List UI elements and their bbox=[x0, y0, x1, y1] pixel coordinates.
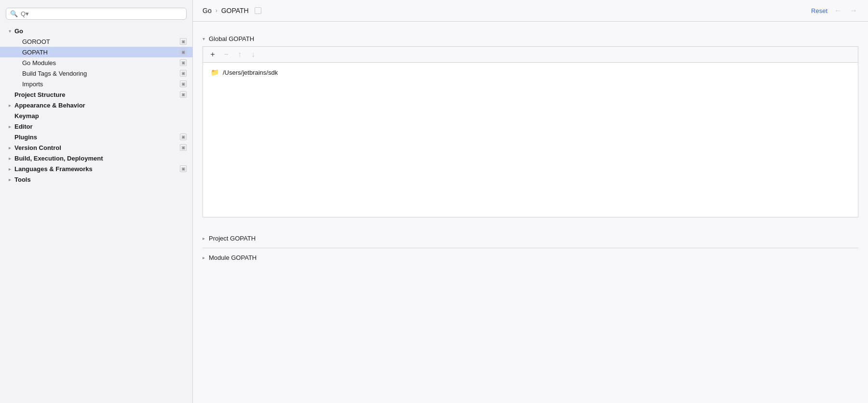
sidebar-item-buildtags[interactable]: ▸ Build Tags & Vendoring ▣ bbox=[0, 68, 192, 79]
folder-icon: 📁 bbox=[211, 68, 219, 76]
sidebar-item-label-projectstructure: Project Structure bbox=[14, 91, 177, 98]
move-down-button[interactable]: ↓ bbox=[247, 49, 259, 60]
add-path-button[interactable]: + bbox=[207, 49, 218, 60]
gear-icon-goroot: ▣ bbox=[180, 38, 187, 45]
sidebar-item-label-goroot: GOROOT bbox=[22, 38, 177, 45]
sidebar-item-label-appearancebehavior: Appearance & Behavior bbox=[14, 102, 187, 109]
path-text: /Users/jetbrains/sdk bbox=[223, 69, 278, 76]
expand-arrow-tools: ▸ bbox=[6, 175, 14, 183]
gear-icon-plugins: ▣ bbox=[180, 134, 187, 140]
module-gopath-header[interactable]: ▸ Module GOPATH bbox=[203, 253, 858, 262]
main-content: Go › GOPATH Reset ← → ▾ Global GOPATH + … bbox=[193, 0, 868, 403]
sidebar-item-versioncontrol[interactable]: ▸ Version Control ▣ bbox=[0, 142, 192, 153]
forward-button[interactable]: → bbox=[849, 6, 858, 15]
sidebar-item-gopath[interactable]: ▸ GOPATH ▣ bbox=[0, 47, 192, 57]
sidebar-item-plugins[interactable]: ▸ Plugins ▣ bbox=[0, 132, 192, 142]
global-gopath-section: ▾ Global GOPATH + − ↑ ↓ 📁 /Users/jetbrai… bbox=[203, 31, 858, 217]
sidebar-item-label-editor: Editor bbox=[14, 123, 187, 130]
sidebar-item-goroot[interactable]: ▸ GOROOT ▣ bbox=[0, 36, 192, 47]
path-item[interactable]: 📁 /Users/jetbrains/sdk bbox=[209, 67, 852, 78]
main-body: ▾ Global GOPATH + − ↑ ↓ 📁 /Users/jetbrai… bbox=[193, 22, 868, 403]
move-up-button[interactable]: ↑ bbox=[234, 49, 245, 60]
sidebar: 🔍 ▾ Go ▸ GOROOT ▣ ▸ GOPATH ▣ ▸ Go Module… bbox=[0, 0, 193, 403]
sidebar-item-imports[interactable]: ▸ Imports ▣ bbox=[0, 79, 192, 89]
breadcrumb-current: GOPATH bbox=[221, 7, 249, 14]
global-gopath-header[interactable]: ▾ Global GOPATH bbox=[203, 31, 858, 47]
sidebar-item-go[interactable]: ▾ Go bbox=[0, 26, 192, 36]
sidebar-item-gomodules[interactable]: ▸ Go Modules ▣ bbox=[0, 57, 192, 68]
sidebar-item-editor[interactable]: ▸ Editor bbox=[0, 121, 192, 132]
main-header: Go › GOPATH Reset ← → bbox=[193, 0, 868, 22]
sidebar-item-label-buildexecution: Build, Execution, Deployment bbox=[14, 155, 187, 162]
sidebar-item-label-languages: Languages & Frameworks bbox=[14, 165, 177, 173]
header-actions: Reset ← → bbox=[811, 6, 858, 15]
breadcrumb: Go › GOPATH bbox=[203, 7, 811, 14]
sidebar-item-label-gopath: GOPATH bbox=[22, 49, 177, 56]
sidebar-item-label-versioncontrol: Version Control bbox=[14, 144, 177, 151]
gear-icon-gopath: ▣ bbox=[180, 49, 187, 55]
sidebar-item-keymap[interactable]: ▸ Keymap bbox=[0, 110, 192, 121]
project-gopath-section: ▸ Project GOPATH bbox=[203, 229, 858, 248]
expand-arrow-buildexecution: ▸ bbox=[6, 154, 14, 162]
breadcrumb-parent: Go bbox=[203, 7, 212, 14]
sidebar-item-label-imports: Imports bbox=[22, 81, 177, 88]
sidebar-item-label-buildtags: Build Tags & Vendoring bbox=[22, 70, 177, 77]
global-gopath-content: + − ↑ ↓ 📁 /Users/jetbrains/sdk bbox=[203, 47, 858, 217]
back-button[interactable]: ← bbox=[833, 6, 843, 15]
global-gopath-toolbar: + − ↑ ↓ bbox=[203, 47, 858, 63]
sidebar-item-projectstructure[interactable]: ▸ Project Structure ▣ bbox=[0, 89, 192, 100]
sidebar-item-appearancebehavior[interactable]: ▸ Appearance & Behavior bbox=[0, 100, 192, 110]
search-input[interactable] bbox=[21, 10, 182, 17]
module-gopath-expand-arrow: ▸ bbox=[203, 255, 205, 260]
sidebar-item-buildexecution[interactable]: ▸ Build, Execution, Deployment bbox=[0, 153, 192, 163]
gear-icon-imports: ▣ bbox=[180, 81, 187, 87]
search-icon: 🔍 bbox=[10, 10, 18, 17]
search-bar[interactable]: 🔍 bbox=[6, 8, 187, 20]
module-gopath-section: ▸ Module GOPATH bbox=[203, 248, 858, 267]
gear-icon-buildtags: ▣ bbox=[180, 70, 187, 77]
sidebar-item-label-go: Go bbox=[14, 27, 187, 35]
gear-icon-projectstructure: ▣ bbox=[180, 91, 187, 98]
expand-arrow-languages: ▸ bbox=[6, 165, 14, 173]
global-gopath-title: Global GOPATH bbox=[209, 35, 254, 42]
gear-icon-languages: ▣ bbox=[180, 165, 187, 172]
sidebar-item-tools[interactable]: ▸ Tools bbox=[0, 174, 192, 185]
module-gopath-title: Module GOPATH bbox=[209, 254, 257, 261]
gear-icon-gomodules: ▣ bbox=[180, 59, 187, 66]
expand-arrow-editor: ▸ bbox=[6, 122, 14, 130]
expand-arrow-go: ▾ bbox=[6, 27, 14, 35]
breadcrumb-separator: › bbox=[216, 7, 217, 14]
expand-arrow-versioncontrol: ▸ bbox=[6, 144, 14, 151]
project-gopath-title: Project GOPATH bbox=[209, 235, 256, 242]
global-gopath-list: 📁 /Users/jetbrains/sdk bbox=[203, 63, 858, 217]
sidebar-item-label-tools: Tools bbox=[14, 176, 187, 183]
sidebar-item-label-gomodules: Go Modules bbox=[22, 59, 177, 67]
sidebar-item-label-keymap: Keymap bbox=[14, 112, 187, 120]
remove-path-button[interactable]: − bbox=[220, 49, 232, 60]
project-gopath-expand-arrow: ▸ bbox=[203, 236, 205, 241]
gear-icon-versioncontrol: ▣ bbox=[180, 144, 187, 151]
reset-button[interactable]: Reset bbox=[811, 7, 827, 14]
sidebar-tree: ▾ Go ▸ GOROOT ▣ ▸ GOPATH ▣ ▸ Go Modules … bbox=[0, 26, 192, 403]
sidebar-item-languages[interactable]: ▸ Languages & Frameworks ▣ bbox=[0, 163, 192, 174]
project-gopath-header[interactable]: ▸ Project GOPATH bbox=[203, 234, 858, 243]
global-gopath-expand-arrow: ▾ bbox=[203, 36, 205, 41]
expand-arrow-appearancebehavior: ▸ bbox=[6, 101, 14, 109]
breadcrumb-gear-icon bbox=[255, 7, 261, 14]
sidebar-item-label-plugins: Plugins bbox=[14, 134, 177, 141]
